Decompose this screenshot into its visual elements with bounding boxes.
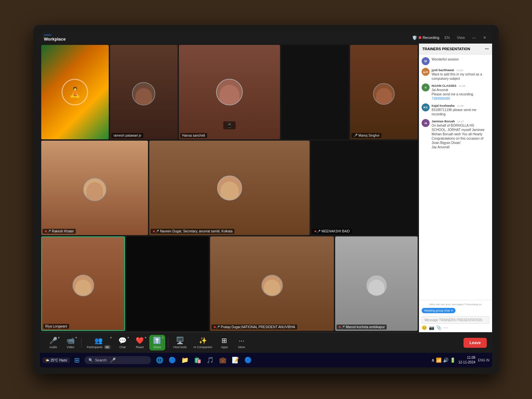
more-button[interactable]: ··· More: [234, 335, 250, 350]
muted-icon-mamol: ✖🎤: [338, 326, 345, 329]
attach-icon[interactable]: 📎: [436, 325, 442, 330]
chat-message-2: jyoti jyoti bachhawat 11:04 Want to add …: [422, 68, 489, 81]
expand-tray-icon[interactable]: ∧: [431, 357, 435, 363]
react-caret-icon[interactable]: ▲: [144, 336, 147, 339]
apps-label: Apps: [221, 345, 228, 349]
label-ramesh: ramesh patawari jv: [111, 133, 143, 138]
chat-input-bar[interactable]: Message TRAINERS PRESENTATION: [422, 316, 489, 324]
video-cell-hansa: 📱 Hansa sancheti: [179, 45, 280, 139]
muted-icon-meenakshi: ✖🎤: [314, 230, 321, 233]
view-button[interactable]: View: [455, 35, 467, 40]
video-cell-empty1: [281, 45, 349, 139]
taskbar-app-chrome[interactable]: 🔵: [166, 354, 178, 366]
chat-label: Chat: [119, 345, 126, 349]
label-manoj: 🎤 Manoj Singhvi: [351, 133, 381, 138]
share-icon: ⬆️: [153, 336, 161, 344]
share-label: Share: [153, 345, 161, 349]
video-cell-rakesh: ✖🎤 Rakesh Khater: [41, 141, 148, 235]
video-caret-icon[interactable]: ▲: [75, 336, 77, 339]
chat-messages: M Wonderful session jyoti jyoti bachhawa…: [419, 55, 492, 300]
apps-button[interactable]: ⊞ Apps: [216, 335, 232, 350]
taskbar-app-store[interactable]: 🛍️: [192, 354, 203, 366]
emoji-icon[interactable]: 😊: [422, 325, 427, 330]
volume-icon[interactable]: 🔊: [443, 357, 449, 363]
msg-content-4: Kajal Kushwaha 11:06 83188711196 please …: [432, 103, 489, 116]
language-button[interactable]: EN: [443, 35, 452, 40]
audio-btn-wrap: 🎤 Audio ▲: [45, 335, 61, 350]
gif-icon[interactable]: 📷: [429, 325, 434, 330]
search-mic-icon: 🎤: [110, 357, 116, 363]
label-rakesh: ✖🎤 Rakesh Khater: [43, 229, 76, 234]
windows-logo-icon: ⊞: [74, 356, 80, 364]
label-riya: Riya Longwani: [43, 324, 69, 329]
participants-count: 66: [104, 345, 111, 349]
participants-caret-icon[interactable]: ▲: [110, 336, 112, 339]
participants-icon: 👥: [94, 336, 103, 344]
taskbar-app-spotify[interactable]: 🎵: [204, 354, 216, 366]
phone-link-3[interactable]: 7389066095: [432, 97, 450, 100]
msg-content-1: Wonderful session: [432, 57, 489, 65]
muted-icon-rakesh: ✖🎤: [45, 230, 51, 233]
dropdown-label: Meeting group chat: [424, 309, 450, 312]
system-tray-icons: ∧ 📶 🔊 🔋: [431, 357, 456, 363]
shield-icon: 🛡️: [412, 35, 417, 40]
chat-message-3: n NIJAIN CLASSES 11:05 Jai AnuvratPlease…: [422, 83, 489, 101]
msg-text-2: Want to add this in my school as a compu…: [432, 72, 489, 81]
msg-text-3: Jai AnuvratPlease send me a recording.73…: [432, 88, 489, 101]
monitor-frame: zoom Workplace 🛡️ Recording EN View — ✕: [33, 25, 499, 374]
video-cell-riya: Riya Longwani: [41, 236, 125, 331]
ai-icon: ✨: [199, 336, 207, 344]
more-options-icon[interactable]: ⋯: [444, 325, 448, 330]
chat-message-4: KX Kajal Kushwaha 11:06 83188711196 plea…: [422, 103, 489, 116]
host-tools-label: Host tools: [174, 345, 187, 349]
chat-icons-row: 😊 📷 📎 ⋯: [422, 325, 489, 330]
taskbar-app-zoom[interactable]: 🔵: [242, 354, 254, 366]
minimize-button[interactable]: —: [470, 35, 478, 40]
taskbar-search[interactable]: 🔍 Search 🎤: [84, 356, 151, 364]
start-button[interactable]: ⊞: [71, 354, 83, 366]
leave-button[interactable]: Leave: [464, 338, 487, 348]
taskbar-app-files[interactable]: 📁: [179, 354, 191, 366]
sender-n: NIJAIN CLASSES: [432, 84, 457, 87]
taskbar-app-notes[interactable]: 📝: [229, 354, 241, 366]
network-icon[interactable]: 📶: [436, 357, 442, 363]
msg-text-5: On behalf of BORHOLLA HS SCHOOL, JORHAT …: [432, 123, 489, 149]
windows-taskbar: 🌤️ 25°C Haze ⊞ 🔍 Search 🎤 🌐 🔵 📁 🛍️ 🎵 💼 📝: [40, 353, 492, 367]
zoom-workplace-text: Workplace: [44, 37, 66, 42]
video-cell-logo: 🧘: [41, 45, 109, 139]
toolbar-divider-1: [81, 338, 81, 348]
audio-caret-icon[interactable]: ▲: [58, 336, 60, 339]
meeting-group-chat-dropdown[interactable]: Meeting group chat ▾: [422, 308, 456, 313]
avatar-kx: KX: [422, 103, 430, 111]
system-clock[interactable]: 11:08 12-11-2024: [458, 355, 475, 365]
clock-time: 11:08: [458, 355, 475, 360]
main-content: 🧘 ramesh patawari jv: [40, 44, 492, 332]
taskbar-app-teams[interactable]: 💼: [217, 354, 229, 366]
sender-jyoti: jyoti bachhawat: [432, 68, 454, 72]
more-label: More: [238, 345, 245, 349]
share-caret-icon[interactable]: ▲: [162, 336, 164, 339]
chat-message-1: M Wonderful session: [422, 57, 489, 65]
chat-header: TRAINERS PRESENTATION ···: [419, 44, 492, 55]
video-cell-dark2: [126, 236, 209, 331]
battery-icon[interactable]: 🔋: [450, 357, 456, 363]
taskbar-app-edge[interactable]: 🌐: [154, 354, 166, 366]
chat-caret-icon[interactable]: ▲: [127, 336, 130, 339]
chat-message-5: JB Jaminee Boruah 11:07 On behalf of BOR…: [422, 119, 489, 149]
label-naveen: ✖🎤 Naveen Dugar, Secretary, anuvrat sami…: [151, 229, 234, 234]
participants-button[interactable]: 👥 Participants 66: [84, 335, 113, 350]
participants-btn-wrap: 👥 Participants 66 ▲: [84, 335, 113, 350]
close-button[interactable]: ✕: [481, 35, 488, 41]
ai-companion-button[interactable]: ✨ AI Companion: [191, 335, 215, 350]
chat-icon: 💬: [118, 336, 127, 344]
dropdown-chevron-icon: ▾: [451, 309, 453, 312]
more-icon: ···: [239, 337, 244, 344]
video-cell-mamol: ✖🎤 Mamol kocheta ambikapur: [335, 236, 418, 331]
msg-content-3: NIJAIN CLASSES 11:05 Jai AnuvratPlease s…: [432, 83, 489, 101]
host-tools-button[interactable]: 🖥️ Host tools: [171, 335, 190, 350]
recording-badge: 🛡️ Recording: [412, 35, 439, 40]
chat-more-icon[interactable]: ···: [485, 46, 489, 52]
share-btn-wrap: ⬆️ Share ▲: [149, 335, 165, 350]
video-cell-pratap: ✖🎤 Pratap Dugar,NATIONAL PRESIDENT ANUVI…: [210, 236, 334, 331]
video-cell-meenakshi: ✖🎤 MEENAKSHI BAID: [311, 141, 418, 235]
